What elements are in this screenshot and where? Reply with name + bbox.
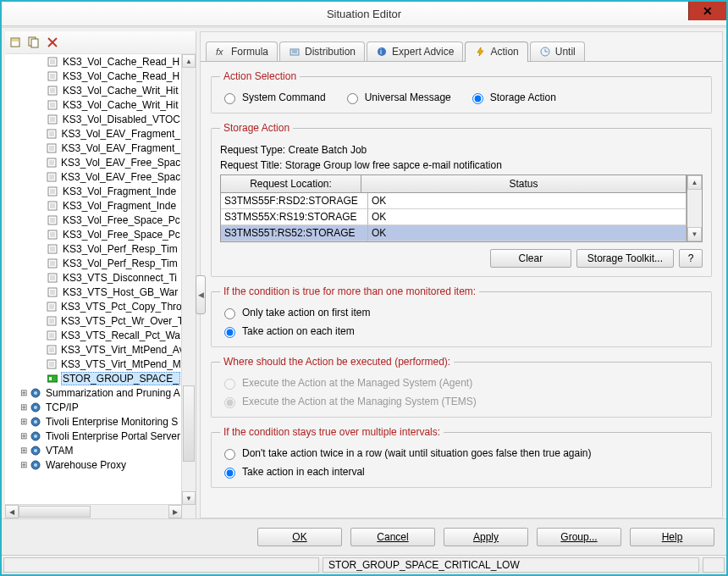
- tree-leaf-item[interactable]: KS3_Vol_Fragment_Inde: [5, 198, 182, 213]
- col-header-location[interactable]: Request Location:: [221, 175, 361, 193]
- tree-leaf-item[interactable]: KS3_VTS_Virt_MtPend_M: [5, 357, 182, 371]
- radio-input[interactable]: [224, 93, 235, 104]
- table-vertical-scrollbar[interactable]: ▲ ▼: [687, 174, 703, 242]
- expand-icon[interactable]: ⊞: [19, 431, 29, 440]
- action-selection-option[interactable]: Storage Action: [468, 91, 556, 104]
- document-icon: [47, 243, 58, 255]
- scroll-up-icon[interactable]: ▲: [687, 175, 702, 190]
- tree-leaf-item[interactable]: KS3_Vol_Perf_Resp_Tim: [5, 256, 182, 270]
- delete-situation-icon[interactable]: [46, 36, 59, 49]
- tree-leaf-item[interactable]: KS3_VTS_Host_GB_War: [5, 285, 182, 299]
- tree-leaf-item[interactable]: KS3_Vol_Cache_Writ_Hit: [5, 83, 182, 97]
- tree-horizontal-scrollbar[interactable]: ◀ ▶: [5, 504, 182, 518]
- document-icon: [47, 358, 57, 370]
- scroll-down-icon[interactable]: ▼: [687, 227, 702, 241]
- scroll-down-icon[interactable]: ▼: [182, 491, 196, 505]
- tree-leaf-item[interactable]: KS3_Vol_Fragment_Inde: [5, 184, 182, 198]
- table-row[interactable]: S3TMS55X:RS19:STORAGEOK: [221, 209, 687, 225]
- radio-input[interactable]: [224, 468, 235, 479]
- tab-formula[interactable]: fxFormula: [206, 42, 278, 61]
- col-header-status[interactable]: Status: [361, 175, 687, 193]
- tab-expert[interactable]: iExpert Advice: [367, 42, 463, 61]
- tree-vertical-scrollbar[interactable]: ▲ ▼: [181, 54, 196, 505]
- tree-group-item[interactable]: ⊞Warehouse Proxy: [5, 457, 182, 472]
- tree-leaf-item[interactable]: KS3_Vol_EAV_Free_Spac: [5, 155, 182, 169]
- tree-group-item[interactable]: ⊞VTAM: [5, 443, 182, 457]
- expand-icon[interactable]: ⊞: [19, 446, 29, 455]
- radio-input[interactable]: [224, 327, 235, 338]
- tree-item-label: KS3_Vol_Free_Space_Pc: [61, 214, 182, 226]
- tree-group-item[interactable]: ⊞TCP/IP: [5, 400, 182, 414]
- tree-leaf-item[interactable]: KS3_Vol_Cache_Read_H: [5, 69, 182, 83]
- tree-leaf-item[interactable]: STOR_GROUP_SPACE_: [5, 371, 182, 385]
- radio-input: [224, 379, 235, 390]
- status-cell-right: [703, 557, 725, 573]
- scroll-up-icon[interactable]: ▲: [182, 54, 196, 68]
- table-row[interactable]: S3TMS55F:RSD2:STORAGEOK: [221, 193, 687, 209]
- svg-point-107: [34, 463, 37, 467]
- expand-icon[interactable]: ⊞: [19, 388, 29, 397]
- radio-input[interactable]: [472, 93, 483, 104]
- scroll-right-icon[interactable]: ▶: [168, 505, 182, 518]
- tree-leaf-item[interactable]: KS3_Vol_Free_Space_Pc: [5, 227, 182, 241]
- new-situation-icon[interactable]: [8, 36, 22, 49]
- tab-until[interactable]: Until: [530, 42, 585, 61]
- storage-toolkit-button[interactable]: Storage Toolkit...: [576, 249, 674, 268]
- expand-icon[interactable]: ⊞: [19, 417, 29, 426]
- tree-leaf-item[interactable]: KS3_VTS_Disconnect_Ti: [5, 270, 182, 285]
- radio-option[interactable]: Only take action on first item: [220, 306, 703, 319]
- radio-input[interactable]: [224, 449, 235, 460]
- radio-option[interactable]: Take action on each item: [220, 324, 703, 338]
- tree-item-label: KS3_Vol_Cache_Read_H: [61, 56, 181, 68]
- tree-leaf-item[interactable]: KS3_VTS_Virt_MtPend_Av: [5, 342, 182, 357]
- document-icon: [47, 128, 57, 140]
- cancel-button[interactable]: Cancel: [350, 528, 435, 546]
- group-button[interactable]: Group...: [537, 528, 621, 546]
- action-selection-legend: Action Selection: [220, 70, 300, 82]
- tab-distribution[interactable]: Distribution: [279, 42, 365, 61]
- clear-button[interactable]: Clear: [490, 249, 571, 268]
- tree-group-item[interactable]: ⊞Tivoli Enterprise Monitoring S: [5, 414, 182, 429]
- tree-leaf-item[interactable]: KS3_Vol_Cache_Read_H: [5, 54, 182, 69]
- document-icon: [47, 272, 58, 284]
- expand-icon[interactable]: ⊞: [19, 460, 29, 469]
- tree-leaf-item[interactable]: KS3_Vol_Free_Space_Pc: [5, 213, 182, 227]
- ok-button[interactable]: OK: [257, 528, 342, 546]
- table-row[interactable]: S3TMS55T:RS52:STORAGEOK: [221, 225, 687, 241]
- radio-input[interactable]: [224, 308, 235, 319]
- expand-icon[interactable]: ⊞: [19, 402, 29, 412]
- tree-item-label: KS3_Vol_Perf_Resp_Tim: [61, 258, 179, 269]
- active-situation-icon: [47, 373, 58, 385]
- tab-label: Distribution: [305, 46, 356, 58]
- tree-leaf-item[interactable]: KS3_Vol_Cache_Writ_Hit: [5, 97, 182, 112]
- tree-item-label: STOR_GROUP_SPACE_: [61, 372, 180, 385]
- tree-leaf-item[interactable]: KS3_Vol_EAV_Free_Spac: [5, 169, 182, 184]
- situation-detail-panel: ◀ fxFormulaDistributioniExpert AdviceAct…: [200, 31, 723, 518]
- tree-leaf-item[interactable]: KS3_Vol_Perf_Resp_Tim: [5, 241, 182, 256]
- radio-option[interactable]: Take action in each interval: [220, 465, 703, 479]
- tree-leaf-item[interactable]: KS3_Vol_Disabled_VTOC: [5, 112, 182, 126]
- action-selection-option[interactable]: Universal Message: [343, 91, 451, 104]
- request-location-table[interactable]: Request Location: Status S3TMS55F:RSD2:S…: [220, 174, 703, 242]
- tree-item-label: KS3_VTS_Disconnect_Ti: [61, 272, 179, 284]
- tree-leaf-item[interactable]: KS3_Vol_EAV_Fragment_: [5, 141, 182, 155]
- copy-situation-icon[interactable]: [27, 36, 41, 49]
- apply-button[interactable]: Apply: [444, 528, 528, 546]
- scroll-left-icon[interactable]: ◀: [5, 505, 19, 518]
- tree-leaf-item[interactable]: KS3_VTS_Pct_Wr_Over_T: [5, 313, 182, 328]
- situation-editor-window: Situation Editor ✕: [0, 0, 728, 576]
- window-close-button[interactable]: ✕: [688, 2, 726, 20]
- radio-option[interactable]: Don't take action twice in a row (wait u…: [220, 446, 703, 460]
- radio-input[interactable]: [347, 93, 358, 104]
- action-selection-option[interactable]: System Command: [220, 91, 326, 104]
- splitter-collapse-handle[interactable]: ◀: [196, 275, 206, 314]
- tree-leaf-item[interactable]: KS3_VTS_Recall_Pct_Wa: [5, 328, 182, 342]
- tree-leaf-item[interactable]: KS3_Vol_EAV_Fragment_: [5, 126, 182, 141]
- tab-action[interactable]: Action: [465, 42, 527, 62]
- help-button[interactable]: Help: [630, 528, 714, 546]
- tree-leaf-item[interactable]: KS3_VTS_Pct_Copy_Thro: [5, 299, 182, 313]
- tree-group-item[interactable]: ⊞Summarization and Pruning A: [5, 385, 182, 400]
- tree-group-item[interactable]: ⊞Tivoli Enterprise Portal Server: [5, 429, 182, 443]
- storage-action-help-button[interactable]: ?: [679, 249, 703, 268]
- situation-tree[interactable]: KS3_Vol_Cache_Read_HKS3_Vol_Cache_Read_H…: [5, 54, 196, 518]
